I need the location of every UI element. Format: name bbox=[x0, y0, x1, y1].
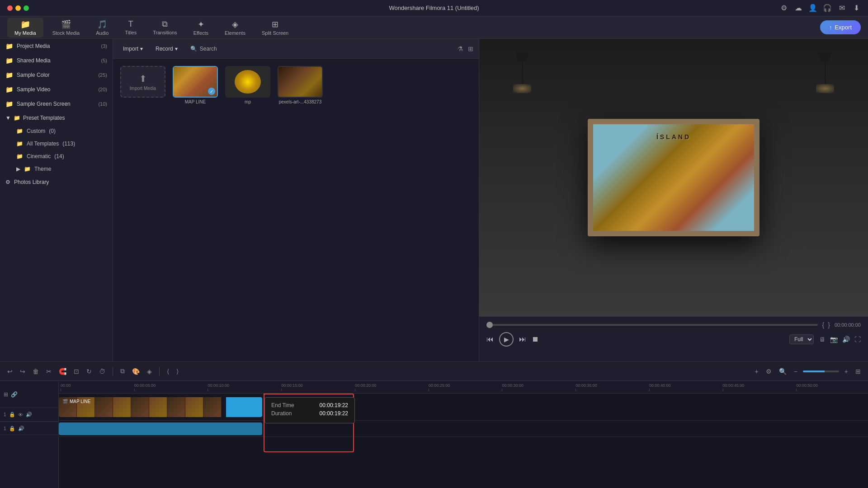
magnet-icon[interactable]: 🧲 bbox=[57, 366, 68, 377]
sidebar-item-sample-video[interactable]: 📁 Sample Video (20) bbox=[0, 82, 113, 97]
tl-right: + ⚙ 🔍 − + ⊞ bbox=[753, 366, 863, 377]
map-label: ÍSLAND bbox=[656, 133, 691, 141]
add-clip-icon[interactable]: ⊞ bbox=[4, 391, 8, 398]
clip-motion-portion[interactable] bbox=[226, 397, 262, 417]
delete-icon[interactable]: 🗑 bbox=[31, 366, 41, 377]
add-track-icon[interactable]: + bbox=[753, 366, 760, 377]
toolbar-icons: ⚗ ⊞ bbox=[458, 45, 473, 52]
video-clip[interactable]: 🎬 MAP LINE bbox=[59, 397, 226, 417]
grid-icon[interactable]: ⊞ bbox=[468, 45, 473, 52]
lock-icon-a1[interactable]: 🔒 bbox=[9, 426, 15, 432]
visible-icon-v1[interactable]: 👁 bbox=[18, 412, 23, 418]
sidebar-item-sample-color[interactable]: 📁 Sample Color (25) bbox=[0, 68, 113, 82]
layers-icon[interactable]: ⧉ bbox=[118, 366, 127, 377]
unlink-icon[interactable]: 🔗 bbox=[11, 391, 18, 398]
close-button[interactable] bbox=[7, 5, 13, 11]
lock-icon-v1[interactable]: 🔒 bbox=[9, 412, 15, 418]
quality-select[interactable]: Full 1/2 1/4 bbox=[789, 334, 814, 344]
zoom-in-icon[interactable]: + bbox=[843, 366, 850, 377]
rotate-icon[interactable]: ↻ bbox=[85, 366, 94, 377]
sidebar-item-project-media[interactable]: 📁 Project Media (3) bbox=[0, 39, 113, 53]
media-thumb-mp[interactable] bbox=[225, 66, 270, 98]
ruler-text-3: 00:00:15:00 bbox=[281, 383, 303, 388]
folder-icon-2: 📁 bbox=[5, 57, 13, 64]
prev-frame-icon[interactable]: ⟨ bbox=[165, 366, 171, 377]
tab-transitions[interactable]: ⧉ Transitions bbox=[146, 18, 184, 38]
settings-icon[interactable]: ⚙ bbox=[779, 4, 788, 13]
all-templates-count: (113) bbox=[62, 141, 75, 147]
tab-stock-media[interactable]: 🎬 Stock Media bbox=[45, 18, 87, 38]
media-thumb-map-line[interactable]: ✓ bbox=[173, 66, 218, 98]
sidebar-item-photos-library[interactable]: ⚙ Photos Library bbox=[0, 175, 113, 189]
sidebar-item-custom[interactable]: 📁 Custom (0) bbox=[0, 125, 113, 137]
account-icon[interactable]: ⬇ bbox=[852, 4, 861, 13]
minimize-button[interactable] bbox=[15, 5, 21, 11]
sidebar-item-cinematic[interactable]: 📁 Cinematic (14) bbox=[0, 150, 113, 163]
camera-icon[interactable]: 📷 bbox=[830, 336, 838, 343]
fast-forward-button[interactable]: ⏭ bbox=[519, 335, 526, 343]
tab-split-screen[interactable]: ⊞ Split Screen bbox=[255, 18, 296, 38]
sidebar-item-sample-green-screen[interactable]: 📁 Sample Green Screen (10) bbox=[0, 97, 113, 111]
sidebar-item-theme[interactable]: ▶ 📁 Theme bbox=[0, 163, 113, 175]
import-dropdown-button[interactable]: Import ▾ bbox=[118, 44, 147, 54]
person-icon[interactable]: 👤 bbox=[808, 4, 817, 13]
rewind-button[interactable]: ⏮ bbox=[486, 335, 494, 343]
import-media-item[interactable]: ⬆ Import Media bbox=[120, 66, 165, 98]
crop-icon[interactable]: ⊡ bbox=[72, 366, 81, 377]
timer-icon[interactable]: ⏱ bbox=[97, 366, 107, 377]
clip-info-end-time: End Time 00:00:19:22 bbox=[271, 402, 348, 408]
cloud-icon[interactable]: ☁ bbox=[794, 4, 803, 13]
preview-video: ÍSLAND bbox=[479, 39, 868, 316]
volume-icon[interactable]: 🔊 bbox=[842, 336, 850, 343]
progress-thumb[interactable] bbox=[486, 322, 493, 328]
next-frame-icon[interactable]: ⟩ bbox=[175, 366, 180, 377]
audio-icon-v1[interactable]: 🔊 bbox=[26, 412, 32, 418]
record-dropdown-button[interactable]: Record ▾ bbox=[151, 44, 182, 54]
monitor-icon[interactable]: 🖥 bbox=[819, 336, 826, 343]
thumb-cell-3 bbox=[95, 397, 113, 417]
maximize-button[interactable] bbox=[24, 5, 29, 11]
headset-icon[interactable]: 🎧 bbox=[823, 4, 832, 13]
play-pause-button[interactable]: ▶ bbox=[499, 332, 514, 347]
tab-effects[interactable]: ✦ Effects bbox=[186, 18, 216, 38]
media-thumb-pexels[interactable] bbox=[278, 66, 323, 98]
progress-track[interactable] bbox=[486, 324, 818, 326]
sidebar-item-preset-templates[interactable]: ▼ 📁 Preset Templates bbox=[0, 111, 113, 125]
sidebar-item-shared-media[interactable]: 📁 Shared Media (5) bbox=[0, 53, 113, 68]
stop-button[interactable]: ⏹ bbox=[532, 335, 539, 343]
marker-icon[interactable]: ◈ bbox=[145, 366, 154, 377]
audio-icon-a1[interactable]: 🔊 bbox=[18, 426, 24, 432]
transitions-icon: ⧉ bbox=[162, 19, 168, 29]
tab-titles[interactable]: T Titles bbox=[118, 18, 144, 38]
tab-audio[interactable]: 🎵 Audio bbox=[89, 18, 116, 38]
mail-icon[interactable]: ✉ bbox=[837, 4, 846, 13]
import-media-button[interactable]: ⬆ Import Media bbox=[120, 66, 165, 98]
media-item-mp[interactable]: mp bbox=[225, 66, 270, 104]
zoom-out-icon[interactable]: − bbox=[792, 366, 799, 377]
track-label-a1: 1 🔒 🔊 bbox=[0, 422, 58, 435]
search-bar[interactable]: 🔍 Search bbox=[186, 44, 222, 54]
cut-icon[interactable]: ✂ bbox=[44, 366, 53, 377]
track-settings-icon[interactable]: ⚙ bbox=[764, 366, 774, 377]
chevron-right-icon: ▶ bbox=[16, 166, 20, 172]
zoom-slider[interactable] bbox=[803, 371, 839, 372]
titlebar-actions: ⚙ ☁ 👤 🎧 ✉ ⬇ bbox=[779, 4, 861, 13]
map-frame: ÍSLAND bbox=[588, 119, 760, 236]
window-controls[interactable] bbox=[7, 5, 29, 11]
filter-icon[interactable]: ⚗ bbox=[458, 45, 463, 52]
search-timeline-icon[interactable]: 🔍 bbox=[777, 366, 788, 377]
sidebar-item-all-templates[interactable]: 📁 All Templates (113) bbox=[0, 137, 113, 150]
fit-icon[interactable]: ⊞ bbox=[854, 366, 863, 377]
color-icon[interactable]: 🎨 bbox=[130, 366, 142, 377]
tab-my-media[interactable]: 📁 My Media bbox=[7, 18, 43, 38]
undo-icon[interactable]: ↩ bbox=[5, 366, 14, 377]
export-button[interactable]: ↑ Export bbox=[820, 20, 861, 34]
media-item-pexels[interactable]: pexels-art-...4338273 bbox=[278, 66, 323, 104]
media-item-map-line[interactable]: ✓ MAP LINE bbox=[173, 66, 218, 104]
tab-elements[interactable]: ◈ Elements bbox=[217, 18, 253, 38]
bracket-left-icon[interactable]: { bbox=[822, 321, 825, 328]
redo-icon[interactable]: ↪ bbox=[18, 366, 27, 377]
audio-clip[interactable] bbox=[59, 422, 262, 435]
expand-icon[interactable]: ⛶ bbox=[854, 336, 861, 343]
bracket-right-icon[interactable]: } bbox=[828, 321, 830, 328]
